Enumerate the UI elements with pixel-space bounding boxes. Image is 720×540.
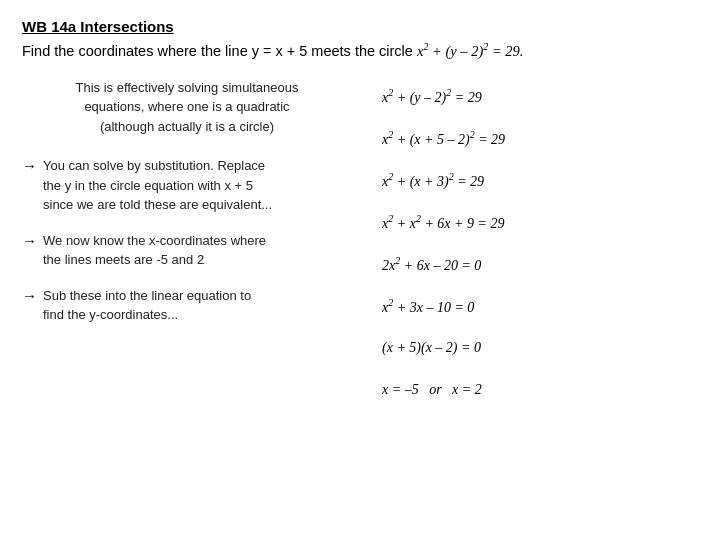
equation-6: x2 + 3x – 10 = 0 [382,292,698,320]
arrow-icon-3: → [22,287,37,304]
step-y-coords-text: Sub these into the linear equation to fi… [43,286,251,325]
equation-3: x2 + (x + 3)2 = 29 [382,166,698,194]
intro-line-3: (although actually it is a circle) [100,119,274,134]
subtitle-math: x2 + (y – 2)2 = 29. [417,43,524,59]
subtitle-text: Find the coordinates where the line y = … [22,43,417,59]
intro-text-block: This is effectively solving simultaneous… [22,78,352,137]
equation-7: (x + 5)(x – 2) = 0 [382,334,698,362]
page-title: WB 14a Intersections [22,18,698,35]
step-y-coords: → Sub these into the linear equation to … [22,286,352,325]
left-column: This is effectively solving simultaneous… [22,78,362,404]
equation-4: x2 + x2 + 6x + 9 = 29 [382,208,698,236]
intro-line-1: This is effectively solving simultaneous [75,80,298,95]
intro-line-2: equations, where one is a quadratic [84,99,289,114]
step-x-coords: → We now know the x-coordinates where th… [22,231,352,270]
arrow-icon-1: → [22,157,37,174]
subtitle: Find the coordinates where the line y = … [22,41,698,60]
content-area: This is effectively solving simultaneous… [22,78,698,404]
step-substitution-text: You can solve by substitution. Replace t… [43,156,272,215]
equation-5: 2x2 + 6x – 20 = 0 [382,250,698,278]
arrow-icon-2: → [22,232,37,249]
equation-1: x2 + (y – 2)2 = 29 [382,82,698,110]
equation-2: x2 + (x + 5 – 2)2 = 29 [382,124,698,152]
right-column: x2 + (y – 2)2 = 29 x2 + (x + 5 – 2)2 = 2… [362,78,698,404]
step-x-coords-text: We now know the x-coordinates where the … [43,231,266,270]
step-substitution: → You can solve by substitution. Replace… [22,156,352,215]
equation-8: x = –5 or x = 2 [382,376,698,404]
page: WB 14a Intersections Find the coordinate… [0,0,720,540]
